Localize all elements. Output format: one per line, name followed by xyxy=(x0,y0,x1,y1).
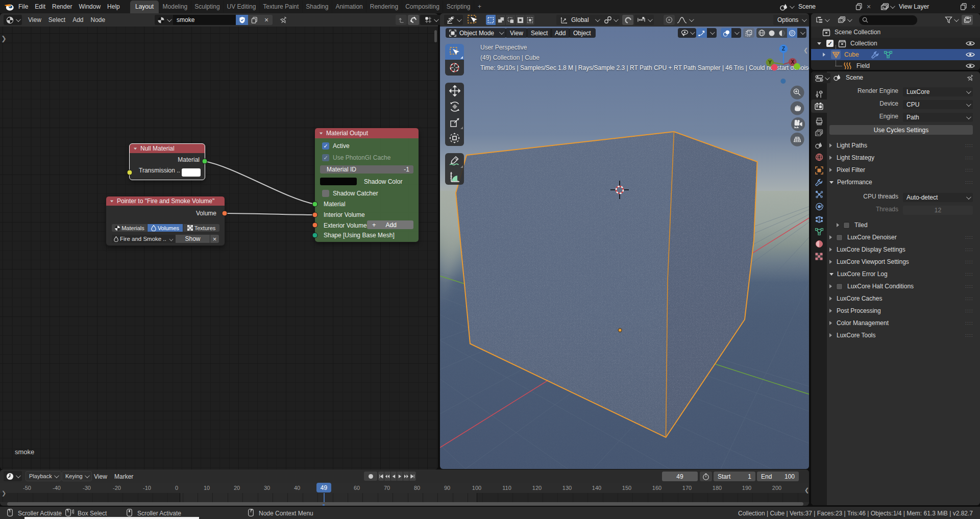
svg-text:Y: Y xyxy=(768,60,772,65)
svg-text:X: X xyxy=(791,59,794,65)
svg-text:Z: Z xyxy=(782,46,785,52)
